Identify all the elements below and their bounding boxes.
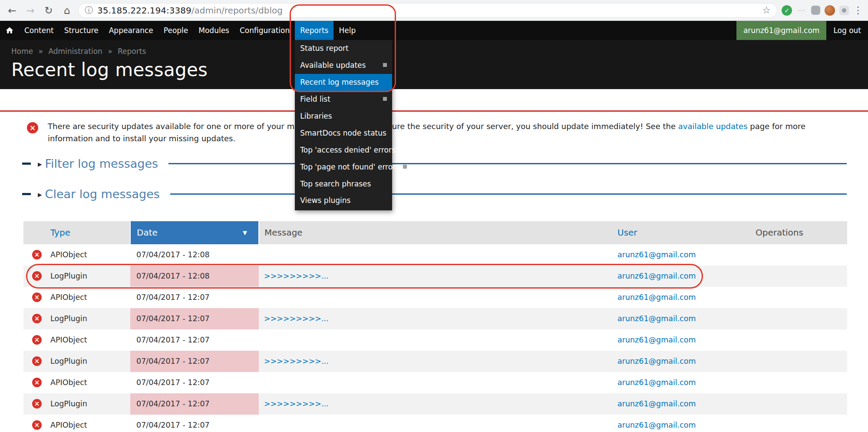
dropdown-item[interactable]: Top search phrases xyxy=(295,176,392,193)
browser-home-icon[interactable]: ⌂ xyxy=(60,5,74,16)
error-message-box: × There are security updates available f… xyxy=(0,110,868,154)
back-icon[interactable]: ← xyxy=(5,5,19,16)
extension-orange-icon[interactable] xyxy=(825,5,835,16)
message-cell xyxy=(259,244,611,266)
severity-cell: × xyxy=(23,308,50,329)
user-cell: arunz61@gmail.com xyxy=(611,244,747,266)
dropdown-item[interactable]: Status report xyxy=(295,40,392,57)
table-row[interactable]: × APIObject 07/04/2017 - 12:07 arunz61@g… xyxy=(23,372,847,393)
toolbar-item-reports[interactable]: Reports Status reportAvailable updatesRe… xyxy=(295,21,333,40)
dropdown-item[interactable]: Top 'access denied' errors xyxy=(295,142,392,159)
breadcrumb-administration[interactable]: Administration xyxy=(48,47,102,56)
clear-log-messages-toggle[interactable]: Clear log messages xyxy=(45,187,160,201)
user-sort-link[interactable]: User xyxy=(617,227,637,238)
log-table: Type Date ▼ Message User Operations × AP… xyxy=(23,221,847,432)
error-icon: × xyxy=(32,378,42,387)
user-link[interactable]: arunz61@gmail.com xyxy=(617,399,696,408)
table-row[interactable]: × APIObject 07/04/2017 - 12:07 arunz61@g… xyxy=(23,415,847,432)
message-cell: >>>>>>>>>... xyxy=(259,308,611,329)
date-cell: 07/04/2017 - 12:07 xyxy=(130,372,259,393)
type-column-header[interactable]: Type xyxy=(50,221,130,244)
badge-square-icon xyxy=(403,165,407,169)
severity-cell: × xyxy=(23,329,50,351)
icon-column-header xyxy=(23,221,50,244)
table-row[interactable]: × APIObject 07/04/2017 - 12:08 arunz61@g… xyxy=(23,244,847,266)
account-button[interactable]: arunz61@gmail.com xyxy=(736,21,826,40)
table-header-row: Type Date ▼ Message User Operations xyxy=(23,221,847,244)
type-cell: LogPlugin xyxy=(50,266,130,287)
message-cell: >>>>>>>>>... xyxy=(259,266,611,287)
breadcrumb-reports[interactable]: Reports xyxy=(118,47,146,56)
user-link[interactable]: arunz61@gmail.com xyxy=(617,272,696,280)
reports-dropdown: Status reportAvailable updatesRecent log… xyxy=(295,40,392,210)
dropdown-item[interactable]: Field list xyxy=(295,91,392,108)
sort-desc-icon: ▼ xyxy=(243,229,247,236)
user-link[interactable]: arunz61@gmail.com xyxy=(617,293,696,302)
drupal-home-icon[interactable] xyxy=(0,21,19,40)
profile-avatar-icon[interactable] xyxy=(839,6,849,15)
dropdown-item[interactable]: SmartDocs node status xyxy=(295,125,392,142)
user-link[interactable]: arunz61@gmail.com xyxy=(617,421,696,429)
fieldset-dash xyxy=(22,163,31,165)
operations-cell xyxy=(747,415,847,432)
toolbar-item-content[interactable]: Content xyxy=(19,21,59,40)
user-link[interactable]: arunz61@gmail.com xyxy=(617,378,696,387)
message-link[interactable]: >>>>>>>>>... xyxy=(264,399,329,408)
table-row[interactable]: × LogPlugin 07/04/2017 - 12:07 >>>>>>>>>… xyxy=(23,308,847,329)
user-column-header[interactable]: User xyxy=(611,221,747,244)
operations-cell xyxy=(747,266,847,287)
toolbar-item-modules[interactable]: Modules xyxy=(193,21,234,40)
type-cell: APIObject xyxy=(50,415,130,432)
browser-menu-icon[interactable]: ⋮ xyxy=(853,5,863,16)
info-icon[interactable]: ⓘ xyxy=(85,5,93,16)
dropdown-item[interactable]: Libraries xyxy=(295,108,392,125)
toolbar-item-configuration[interactable]: Configuration xyxy=(234,21,295,40)
browser-toolbar: ← → ↻ ⌂ ⓘ 35.185.222.194:3389/admin/repo… xyxy=(0,0,868,21)
message-column-header[interactable]: Message xyxy=(259,221,611,244)
toolbar-item-structure[interactable]: Structure xyxy=(59,21,104,40)
dropdown-item[interactable]: Recent log messages xyxy=(295,74,392,91)
reload-icon[interactable]: ↻ xyxy=(42,5,56,16)
address-bar[interactable]: ⓘ 35.185.222.194:3389/admin/reports/dblo… xyxy=(78,3,777,18)
dropdown-item[interactable]: Available updates xyxy=(295,57,392,74)
toolbar-item-reports-label: Reports xyxy=(300,26,328,35)
date-column-header[interactable]: Date ▼ xyxy=(130,221,259,244)
user-link[interactable]: arunz61@gmail.com xyxy=(617,314,696,323)
filter-log-messages-toggle[interactable]: Filter log messages xyxy=(45,157,158,170)
extension-dots-icon[interactable]: ⋯ xyxy=(796,5,807,16)
date-cell: 07/04/2017 - 12:08 xyxy=(130,266,259,287)
forward-icon[interactable]: → xyxy=(23,5,37,16)
dropdown-item[interactable]: Top 'page not found' errors xyxy=(295,159,392,176)
table-row[interactable]: × LogPlugin 07/04/2017 - 12:07 >>>>>>>>>… xyxy=(23,351,847,372)
table-row[interactable]: × APIObject 07/04/2017 - 12:07 arunz61@g… xyxy=(23,287,847,308)
type-cell: APIObject xyxy=(50,244,130,266)
extension-gray-icon[interactable] xyxy=(811,6,820,15)
badge-square-icon xyxy=(383,63,387,67)
table-row[interactable]: × APIObject 07/04/2017 - 12:07 arunz61@g… xyxy=(23,329,847,351)
admin-toolbar: Content Structure Appearance People Modu… xyxy=(0,21,868,40)
message-link[interactable]: >>>>>>>>>... xyxy=(264,357,329,366)
dropdown-item[interactable]: Views plugins xyxy=(295,192,392,209)
bookmark-star-icon[interactable]: ☆ xyxy=(762,5,771,16)
available-updates-link[interactable]: available updates xyxy=(678,122,748,131)
user-link[interactable]: arunz61@gmail.com xyxy=(617,336,696,344)
breadcrumb-home[interactable]: Home xyxy=(11,47,33,56)
table-row[interactable]: × LogPlugin 07/04/2017 - 12:07 >>>>>>>>>… xyxy=(23,393,847,415)
type-sort-link[interactable]: Type xyxy=(50,227,70,238)
message-link[interactable]: >>>>>>>>>... xyxy=(264,272,329,280)
toolbar-item-help[interactable]: Help xyxy=(333,21,361,40)
table-row[interactable]: × LogPlugin 07/04/2017 - 12:08 >>>>>>>>>… xyxy=(23,266,847,287)
message-link[interactable]: >>>>>>>>>... xyxy=(264,314,329,323)
date-cell: 07/04/2017 - 12:07 xyxy=(130,308,259,329)
severity-cell: × xyxy=(23,393,50,415)
user-link[interactable]: arunz61@gmail.com xyxy=(617,357,696,366)
user-link[interactable]: arunz61@gmail.com xyxy=(617,250,696,259)
message-cell xyxy=(259,329,611,351)
toolbar-item-appearance[interactable]: Appearance xyxy=(104,21,158,40)
toolbar-item-people[interactable]: People xyxy=(158,21,193,40)
date-cell: 07/04/2017 - 12:07 xyxy=(130,329,259,351)
extension-check-icon[interactable]: ✓ xyxy=(782,5,792,16)
clear-log-messages-fieldset: ▸ Clear log messages xyxy=(22,185,847,204)
logout-button[interactable]: Log out xyxy=(826,21,868,40)
error-icon: × xyxy=(27,122,38,133)
